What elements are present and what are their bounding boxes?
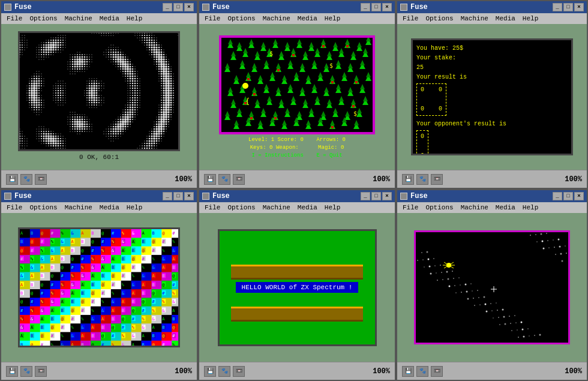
menu-media-1[interactable]: Media bbox=[96, 14, 123, 23]
svg-point-1076 bbox=[81, 125, 83, 128]
icon-paw-4[interactable]: 🐾 bbox=[20, 366, 32, 377]
icon-disk-2[interactable]: 💾 bbox=[204, 174, 216, 185]
icon-disk-5[interactable]: 💾 bbox=[204, 366, 216, 377]
svg-point-763 bbox=[93, 97, 95, 99]
svg-point-391 bbox=[89, 66, 90, 67]
window-controls-5[interactable]: _ □ × bbox=[361, 192, 392, 200]
maximize-btn-5[interactable]: □ bbox=[371, 192, 381, 200]
menu-media-5[interactable]: Media bbox=[294, 203, 321, 212]
window-controls-3[interactable]: _ □ × bbox=[553, 3, 584, 11]
menu-options-2[interactable]: Options bbox=[224, 14, 259, 23]
svg-point-1129 bbox=[160, 128, 163, 130]
menu-help-1[interactable]: Help bbox=[123, 14, 146, 23]
menu-file-5[interactable]: File bbox=[201, 203, 224, 212]
icon-tape-5[interactable]: 📼 bbox=[233, 366, 245, 377]
svg-point-190 bbox=[151, 49, 153, 50]
icon-tape-4[interactable]: 📼 bbox=[35, 366, 47, 377]
close-btn-6[interactable]: × bbox=[574, 192, 584, 200]
svg-point-120 bbox=[50, 44, 52, 46]
menu-media-4[interactable]: Media bbox=[96, 203, 123, 212]
close-btn-2[interactable]: × bbox=[382, 3, 392, 11]
svg-point-149 bbox=[55, 46, 56, 48]
icon-paw-3[interactable]: 🐾 bbox=[416, 174, 428, 185]
close-btn-3[interactable]: × bbox=[574, 3, 584, 11]
svg-point-1292 bbox=[46, 142, 47, 143]
window-controls-2[interactable]: _ □ × bbox=[361, 3, 392, 11]
svg-point-198 bbox=[37, 52, 37, 52]
svg-point-614 bbox=[167, 85, 170, 87]
menu-file-1[interactable]: File bbox=[3, 14, 26, 23]
icon-tape-2[interactable]: 📼 bbox=[233, 174, 245, 185]
svg-point-1291 bbox=[43, 143, 44, 143]
icon-disk-4[interactable]: 💾 bbox=[6, 366, 18, 377]
menu-machine-1[interactable]: Machine bbox=[61, 14, 96, 23]
menu-machine-5[interactable]: Machine bbox=[259, 203, 294, 212]
minimize-btn-6[interactable]: _ bbox=[553, 192, 562, 200]
svg-point-645 bbox=[163, 87, 165, 89]
svg-point-757 bbox=[60, 97, 61, 98]
window-controls-4[interactable]: _ □ × bbox=[163, 192, 194, 200]
svg-point-507 bbox=[127, 77, 128, 79]
icon-paw-1[interactable]: 🐾 bbox=[20, 174, 32, 185]
maximize-btn-4[interactable]: □ bbox=[173, 192, 183, 200]
menu-help-6[interactable]: Help bbox=[519, 203, 542, 212]
minimize-btn-1[interactable]: _ bbox=[163, 3, 172, 11]
window-controls-1[interactable]: _ □ × bbox=[163, 3, 194, 11]
icon-tape-6[interactable]: 📼 bbox=[431, 366, 443, 377]
svg-point-766 bbox=[101, 97, 101, 98]
menu-options-1[interactable]: Options bbox=[26, 14, 61, 23]
svg-point-237 bbox=[70, 54, 71, 55]
menu-machine-4[interactable]: Machine bbox=[61, 203, 96, 212]
svg-point-336 bbox=[83, 61, 85, 62]
icon-paw-5[interactable]: 🐾 bbox=[218, 366, 230, 377]
icon-disk-6[interactable]: 💾 bbox=[402, 366, 414, 377]
menu-media-3[interactable]: Media bbox=[492, 14, 519, 23]
menu-file-3[interactable]: File bbox=[399, 14, 422, 23]
maximize-btn-6[interactable]: □ bbox=[563, 192, 573, 200]
icon-tape-3[interactable]: 📼 bbox=[431, 174, 443, 185]
menu-options-3[interactable]: Options bbox=[422, 14, 457, 23]
svg-point-1223 bbox=[147, 136, 148, 136]
svg-point-1208 bbox=[45, 135, 47, 137]
svg-point-290 bbox=[125, 56, 126, 57]
menu-options-6[interactable]: Options bbox=[422, 203, 457, 212]
menu-file-4[interactable]: File bbox=[3, 203, 26, 212]
svg-point-557 bbox=[44, 83, 44, 83]
svg-point-359 bbox=[74, 63, 76, 65]
maximize-btn-1[interactable]: □ bbox=[173, 3, 183, 11]
svg-point-665 bbox=[88, 89, 90, 91]
svg-point-139 bbox=[24, 47, 25, 47]
menu-help-3[interactable]: Help bbox=[519, 14, 542, 23]
icon-disk-3[interactable]: 💾 bbox=[402, 174, 414, 185]
window-controls-6[interactable]: _ □ × bbox=[553, 192, 584, 200]
menu-options-4[interactable]: Options bbox=[26, 203, 61, 212]
maximize-btn-3[interactable]: □ bbox=[563, 3, 573, 11]
menu-help-2[interactable]: Help bbox=[321, 14, 344, 23]
svg-point-850 bbox=[38, 104, 40, 106]
icon-paw-6[interactable]: 🐾 bbox=[416, 366, 428, 377]
menu-media-6[interactable]: Media bbox=[492, 203, 519, 212]
menu-help-4[interactable]: Help bbox=[123, 203, 146, 212]
maximize-btn-2[interactable]: □ bbox=[371, 3, 381, 11]
svg-point-93 bbox=[43, 42, 44, 43]
menu-file-2[interactable]: File bbox=[201, 14, 224, 23]
icon-disk-1[interactable]: 💾 bbox=[6, 174, 18, 185]
minimize-btn-5[interactable]: _ bbox=[361, 192, 370, 200]
menu-help-5[interactable]: Help bbox=[321, 203, 344, 212]
menu-machine-6[interactable]: Machine bbox=[457, 203, 492, 212]
menu-machine-2[interactable]: Machine bbox=[259, 14, 294, 23]
svg-point-89 bbox=[22, 42, 23, 43]
menu-file-6[interactable]: File bbox=[399, 203, 422, 212]
minimize-btn-3[interactable]: _ bbox=[553, 3, 562, 11]
minimize-btn-4[interactable]: _ bbox=[163, 192, 172, 200]
menu-media-2[interactable]: Media bbox=[294, 14, 321, 23]
icon-paw-2[interactable]: 🐾 bbox=[218, 174, 230, 185]
close-btn-1[interactable]: × bbox=[184, 3, 194, 11]
bottom-icons-2: 💾 🐾 📼 bbox=[204, 174, 245, 185]
close-btn-5[interactable]: × bbox=[382, 192, 392, 200]
close-btn-4[interactable]: × bbox=[184, 192, 194, 200]
minimize-btn-2[interactable]: _ bbox=[361, 3, 370, 11]
menu-options-5[interactable]: Options bbox=[224, 203, 259, 212]
menu-machine-3[interactable]: Machine bbox=[457, 14, 492, 23]
icon-tape-1[interactable]: 📼 bbox=[35, 174, 47, 185]
